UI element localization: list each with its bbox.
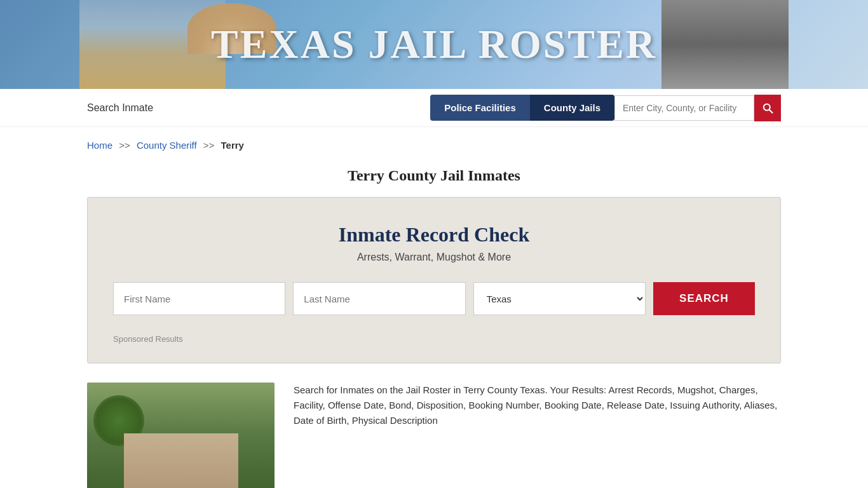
breadcrumb-home[interactable]: Home: [87, 140, 112, 151]
breadcrumb-current: Terry: [221, 140, 244, 151]
nav-right: Police Facilities County Jails: [430, 95, 781, 121]
building-decoration: [124, 433, 238, 488]
svg-line-1: [770, 109, 773, 112]
terry-county-image: [87, 383, 275, 488]
capitol-image: [79, 0, 226, 89]
header-banner: Texas Jail Roster: [0, 0, 868, 89]
record-check-box: Inmate Record Check Arrests, Warrant, Mu…: [87, 197, 781, 363]
record-check-title: Inmate Record Check: [113, 223, 755, 247]
page-title: Terry County Jail Inmates: [0, 157, 868, 197]
sponsored-label: Sponsored Results: [113, 334, 755, 344]
breadcrumb: Home >> County Sheriff >> Terry: [0, 127, 868, 157]
bottom-description: Search for Inmates on the Jail Roster in…: [294, 383, 781, 428]
first-name-input[interactable]: [113, 282, 285, 315]
record-check-subtitle: Arrests, Warrant, Mugshot & More: [113, 252, 755, 263]
breadcrumb-sep1: >>: [119, 140, 130, 151]
breadcrumb-county-sheriff[interactable]: County Sheriff: [137, 140, 197, 151]
last-name-input[interactable]: [293, 282, 465, 315]
search-icon: [761, 102, 774, 114]
bottom-section: Search for Inmates on the Jail Roster in…: [0, 363, 868, 488]
record-check-form: AlabamaAlaskaArizonaArkansasCaliforniaCo…: [113, 282, 755, 315]
facility-search-input[interactable]: [614, 95, 754, 121]
police-facilities-tab[interactable]: Police Facilities: [430, 95, 530, 121]
site-title: Texas Jail Roster: [211, 21, 657, 68]
facility-search-button[interactable]: [754, 95, 781, 121]
record-search-button[interactable]: SEARCH: [653, 282, 755, 315]
search-inmate-label: Search Inmate: [87, 102, 153, 114]
county-jails-tab[interactable]: County Jails: [530, 95, 614, 121]
key-hand-image: [661, 0, 789, 89]
nav-bar: Search Inmate Police Facilities County J…: [0, 89, 868, 127]
breadcrumb-sep2: >>: [203, 140, 215, 151]
state-select[interactable]: AlabamaAlaskaArizonaArkansasCaliforniaCo…: [473, 282, 646, 315]
